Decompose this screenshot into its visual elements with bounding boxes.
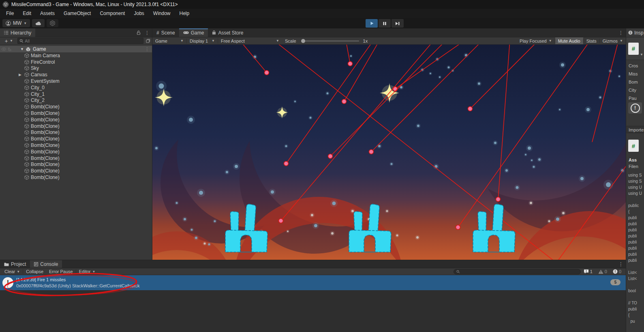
play-controls bbox=[366, 19, 404, 28]
tab-game[interactable]: Game bbox=[179, 28, 208, 37]
gameobject-label: FireControl bbox=[31, 59, 55, 65]
tab-project[interactable]: Project bbox=[0, 260, 30, 268]
gameobject-row[interactable]: ▶ City_0 bbox=[0, 84, 152, 91]
gameobject-row[interactable]: ▶ Bomb(Clone) bbox=[0, 110, 152, 116]
dropdown-value: Free Aspect bbox=[221, 39, 245, 43]
tab-label: Insp bbox=[634, 30, 644, 36]
add-gameobject-button[interactable]: ＋▼ bbox=[2, 37, 15, 45]
menu-item[interactable]: Assets bbox=[36, 10, 59, 17]
gameview-toolbar: Game ▼ Display 1 ▼ Free Aspect ▼ Scale 1… bbox=[152, 37, 626, 45]
menu-item[interactable]: Jobs bbox=[129, 10, 148, 17]
star bbox=[327, 93, 329, 95]
gameobject-row[interactable]: ▶ Bomb(Clone) bbox=[0, 123, 152, 129]
cloud-button[interactable] bbox=[32, 19, 45, 27]
gameobject-row[interactable]: ▶ Main Camera bbox=[0, 52, 152, 59]
menu-item[interactable]: Edit bbox=[18, 10, 36, 17]
version-control-button[interactable] bbox=[47, 19, 58, 27]
star bbox=[287, 231, 289, 232]
gameobject-cube-icon bbox=[24, 111, 29, 116]
menu-item[interactable]: File bbox=[2, 10, 18, 17]
scene-menu-icon[interactable]: ⋮ bbox=[142, 46, 152, 52]
gameobject-row[interactable]: ▶ Bomb(Clone) bbox=[0, 136, 152, 142]
hierarchy-menu-icon[interactable]: ⋮ bbox=[142, 30, 152, 36]
gameobject-cube-icon bbox=[24, 117, 29, 122]
console-icon bbox=[34, 262, 38, 266]
gameobject-row[interactable]: ▶ Bomb(Clone) bbox=[0, 103, 152, 110]
star bbox=[586, 108, 590, 111]
visibility-eye-icon[interactable] bbox=[2, 47, 6, 51]
search-icon bbox=[456, 270, 460, 274]
gameobject-row[interactable]: ▶ Bomb(Clone) bbox=[0, 162, 152, 168]
inspector-panel: Insp # ▼ CrosMissBomCityPau ! Importe # … bbox=[626, 28, 644, 332]
star bbox=[548, 220, 550, 222]
star bbox=[386, 210, 388, 212]
gameobject-row[interactable]: ▶ Sky bbox=[0, 65, 152, 72]
gameobject-row[interactable]: ▶ EventSystem bbox=[0, 78, 152, 84]
gameobject-row[interactable]: ▶ Bomb(Clone) bbox=[0, 168, 152, 174]
aspect-dropdown[interactable]: Free Aspect ▼ bbox=[218, 37, 282, 44]
play-button[interactable] bbox=[366, 19, 378, 28]
tab-inspector[interactable]: Insp bbox=[626, 28, 644, 37]
step-button[interactable] bbox=[392, 19, 404, 28]
chevron-down-icon: ▼ bbox=[180, 39, 184, 43]
scale-slider-knob[interactable] bbox=[301, 39, 305, 43]
log-entry-selected[interactable]: ! [14:29:39] Fire 1 missiles 0x00007ff6f… bbox=[0, 275, 626, 290]
menu-item[interactable]: Window bbox=[149, 10, 175, 17]
expand-arrow-icon[interactable]: ▶ bbox=[19, 73, 24, 77]
star bbox=[176, 202, 178, 204]
error-count-badge[interactable]: 0 bbox=[610, 268, 624, 275]
scene-row-game[interactable]: ▼ Game ⋮ bbox=[0, 46, 152, 52]
console-search-input[interactable] bbox=[462, 269, 578, 274]
hierarchy-search-field[interactable] bbox=[17, 38, 143, 44]
unity-scene-icon bbox=[26, 47, 31, 52]
popout-icon[interactable] bbox=[146, 39, 150, 43]
star bbox=[448, 67, 450, 69]
error-pause-toggle[interactable]: Error Pause bbox=[46, 268, 76, 275]
gameobject-row[interactable]: ▶ Bomb(Clone) bbox=[0, 142, 152, 149]
gizmos-dropdown[interactable]: Gizmos ▼ bbox=[600, 37, 626, 44]
menu-item[interactable]: Help bbox=[175, 10, 194, 17]
warning-count-badge[interactable]: 0 bbox=[595, 268, 610, 275]
gameview-menu-icon[interactable]: ⋮ bbox=[616, 28, 626, 37]
gameobject-row[interactable]: ▶ Canvas bbox=[0, 71, 152, 78]
play-focused-dropdown[interactable]: Play Focused ▼ bbox=[517, 37, 555, 44]
gameobject-row[interactable]: ▶ City_1 bbox=[0, 91, 152, 97]
stats-toggle[interactable]: Stats bbox=[584, 37, 599, 44]
gameobject-row[interactable]: ▶ City_2 bbox=[0, 97, 152, 104]
gameobject-label: Main Camera bbox=[31, 53, 60, 58]
lock-icon[interactable] bbox=[135, 30, 142, 35]
info-count-badge[interactable]: 1 bbox=[581, 268, 595, 275]
console-menu-icon[interactable]: ⋮ bbox=[616, 260, 626, 268]
gameobject-label: Bomb(Clone) bbox=[31, 123, 60, 129]
missile-head bbox=[348, 62, 353, 66]
mute-audio-toggle[interactable]: Mute Audio bbox=[555, 37, 583, 44]
collapse-toggle[interactable]: Collapse bbox=[23, 268, 46, 275]
tab-asset-store[interactable]: Asset Store bbox=[208, 28, 247, 37]
scale-slider[interactable] bbox=[302, 41, 359, 41]
display-target-dropdown[interactable]: Game ▼ bbox=[152, 37, 186, 44]
tab-scene[interactable]: # Scene bbox=[152, 28, 179, 37]
editor-dropdown[interactable]: Editor▼ bbox=[76, 268, 98, 275]
clear-button[interactable]: Clear▼ bbox=[2, 268, 23, 275]
menu-item[interactable]: Component bbox=[95, 10, 129, 17]
gameobject-row[interactable]: ▶ Bomb(Clone) bbox=[0, 116, 152, 123]
tab-hierarchy[interactable]: Hierarchy bbox=[0, 28, 35, 37]
hierarchy-search-input[interactable] bbox=[25, 39, 141, 43]
code-line: public bbox=[626, 203, 644, 209]
console-search-field[interactable] bbox=[454, 269, 581, 274]
display-dropdown[interactable]: Display 1 ▼ bbox=[187, 37, 218, 44]
tab-console[interactable]: Console bbox=[30, 260, 62, 268]
dropdown-value: Game bbox=[155, 39, 167, 43]
game-viewport[interactable] bbox=[152, 45, 626, 260]
gameobject-row[interactable]: ▶ Bomb(Clone) bbox=[0, 129, 152, 136]
gameobject-row[interactable]: ▶ FireControl bbox=[0, 59, 152, 65]
pause-button[interactable] bbox=[379, 19, 391, 28]
pickability-icon[interactable] bbox=[8, 47, 11, 51]
account-button[interactable]: MW ▼ bbox=[2, 19, 30, 27]
gameobject-row[interactable]: ▶ Bomb(Clone) bbox=[0, 174, 152, 181]
gameobject-row[interactable]: ▶ Bomb(Clone) bbox=[0, 155, 152, 162]
menu-item[interactable]: GameObject bbox=[59, 10, 95, 17]
expand-arrow-icon[interactable]: ▼ bbox=[20, 47, 24, 51]
gameobject-row[interactable]: ▶ Bomb(Clone) bbox=[0, 149, 152, 155]
gameobject-cube-icon bbox=[24, 143, 29, 148]
